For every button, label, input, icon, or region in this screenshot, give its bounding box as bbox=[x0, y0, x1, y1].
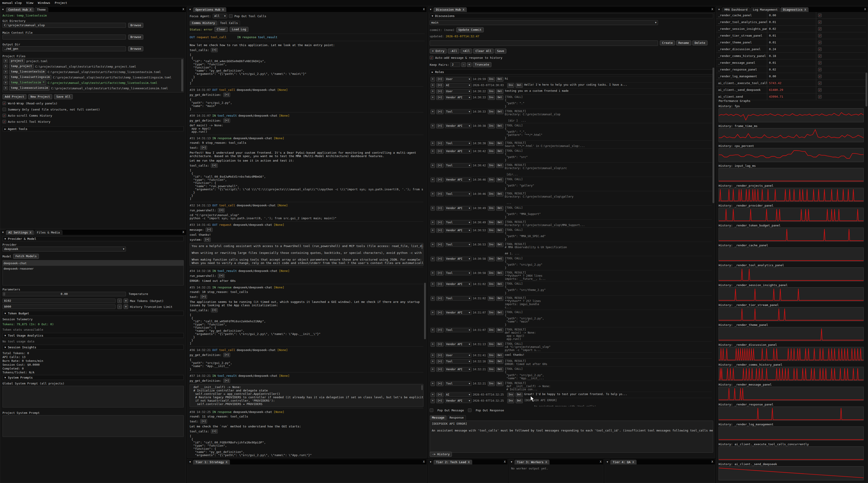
temperature-slider[interactable]: 0.00 bbox=[2, 292, 126, 296]
tool-usage-section[interactable]: ▼ Tool Usage Analytics bbox=[2, 333, 184, 338]
expand-button[interactable]: [+] bbox=[200, 146, 207, 150]
expand-button[interactable]: [+] bbox=[211, 48, 218, 52]
plus-button[interactable]: + bbox=[124, 304, 128, 309]
collapse-arrow-icon[interactable]: ▼ bbox=[509, 459, 514, 464]
file-tag-button[interactable]: temp_livetoolssim * bbox=[9, 80, 46, 85]
list-item[interactable]: xtemp_livetoolssim *C:\projects\manual_s… bbox=[3, 80, 184, 86]
subtab-tool-calls[interactable]: Tool Calls bbox=[218, 21, 240, 26]
add-entry-button[interactable]: + bbox=[431, 89, 435, 94]
expand-button[interactable]: [+] bbox=[436, 382, 443, 386]
ops-boxed-text[interactable]: You are a helpful coding assistant with … bbox=[190, 243, 423, 266]
discussion-entry[interactable]: +[+]Vendor API▼14:30:33InsDel[TOOL CALL]… bbox=[430, 95, 712, 109]
close-icon[interactable]: X bbox=[423, 7, 425, 11]
discussion-entry[interactable]: +[+]Vendor API▼14:30:42InsDel[TOOL CALL]… bbox=[430, 149, 712, 163]
discussion-entry[interactable]: +[+]Tool▼14:30:33InsDel[TOOL RESULT] Dir… bbox=[430, 109, 712, 123]
expand-button[interactable]: [+] bbox=[204, 237, 211, 242]
add-entry-button[interactable]: + bbox=[431, 393, 435, 397]
discussion-entry[interactable]: +[+]Tool▼14:30:58InsDel[TOOL RESULT] **P… bbox=[430, 270, 712, 281]
provider-select[interactable]: deepseek▼ bbox=[2, 247, 126, 252]
add-entry-button[interactable]: + bbox=[431, 243, 435, 247]
keep-pairs-input[interactable]: 2 bbox=[450, 62, 460, 67]
expand-button[interactable]: [+] bbox=[200, 419, 207, 424]
insert-button[interactable]: Ins bbox=[488, 271, 495, 276]
role-select[interactable]: Vendor API▼ bbox=[445, 206, 471, 211]
system-prompts-section[interactable]: ▼ System Prompts bbox=[2, 375, 184, 380]
remove-file-button[interactable]: x bbox=[4, 59, 8, 63]
main-context-browse-button[interactable]: Browse bbox=[128, 35, 143, 39]
delete-button[interactable]: Del bbox=[516, 399, 523, 403]
delete-button[interactable]: Del bbox=[496, 311, 503, 315]
tab-close-icon[interactable]: X bbox=[804, 8, 806, 11]
delete-button[interactable]: Del bbox=[496, 77, 503, 82]
add-entry-button[interactable]: + bbox=[431, 163, 435, 168]
add-entry-button[interactable]: + bbox=[431, 192, 435, 196]
add-entry-button[interactable]: + bbox=[431, 228, 435, 233]
close-icon[interactable]: X bbox=[504, 460, 506, 463]
file-tag-button[interactable]: project bbox=[9, 59, 25, 63]
role-select[interactable]: Tool▼ bbox=[445, 243, 471, 247]
expand-button[interactable]: [+] bbox=[436, 342, 443, 347]
tab-close-icon[interactable]: X bbox=[632, 460, 634, 464]
ops-boxed-text[interactable]: def __init__(self) -> None: # Initialize… bbox=[190, 384, 423, 407]
discussion-entry[interactable]: +[+]Tool▼14:30:49InsDel[TOOL RESULT] Dir… bbox=[430, 220, 712, 228]
file-tag-button[interactable]: temp_liveaisettingssim bbox=[9, 75, 51, 79]
new-project-button[interactable]: New Project bbox=[28, 94, 52, 99]
expand-button[interactable]: [+] bbox=[436, 89, 443, 94]
insert-button[interactable]: Ins bbox=[488, 228, 495, 233]
role-select[interactable]: Tool▼ bbox=[445, 192, 471, 196]
tab-files-media[interactable]: Files & Media bbox=[34, 230, 62, 235]
expand-button[interactable]: [+] bbox=[436, 220, 443, 225]
discussion-entry[interactable]: +[+]Tool▼14:31:07InsDel[TOOL RESULT] def… bbox=[430, 327, 712, 342]
minus-button[interactable]: - bbox=[461, 62, 466, 67]
insert-button[interactable]: Ins bbox=[488, 328, 495, 332]
tab-discussion-hub[interactable]: Discussion HubX bbox=[434, 7, 467, 12]
delete-button[interactable]: Del bbox=[496, 342, 503, 347]
tab-close-icon[interactable]: X bbox=[468, 460, 470, 464]
remove-file-button[interactable]: x bbox=[4, 75, 8, 79]
list-item[interactable]: xprojectproject.toml bbox=[3, 58, 184, 64]
tab-close-icon[interactable]: X bbox=[463, 8, 465, 11]
git-browse-button[interactable]: Browse bbox=[128, 23, 143, 28]
role-select[interactable]: Vendor API▼ bbox=[445, 282, 471, 286]
delete-button[interactable]: Del bbox=[496, 220, 503, 225]
role-select[interactable]: Vendor API▼ bbox=[445, 399, 471, 403]
subtab-response[interactable]: Response bbox=[447, 415, 466, 420]
add-entry-button[interactable]: + bbox=[431, 124, 435, 128]
role-select[interactable]: Tool▼ bbox=[445, 328, 471, 332]
message-error-box[interactable]: [DEEPSEEK API ERROR] An assistant messag… bbox=[430, 421, 713, 453]
expand-button[interactable]: [+] bbox=[436, 353, 443, 358]
role-select[interactable]: Tool▼ bbox=[445, 271, 471, 275]
diag-checkbox[interactable] bbox=[818, 88, 822, 92]
tab-tier1-strategy[interactable]: Tier 1: StrategyX bbox=[193, 460, 230, 464]
summary-only-checkbox[interactable] bbox=[2, 107, 6, 111]
add-entry-button[interactable]: + bbox=[431, 271, 435, 276]
discussion-entry[interactable]: +[+]Vendor API▼14:31:13InsDel[TOOL CALL]… bbox=[430, 342, 712, 353]
expand-button[interactable]: [+] bbox=[436, 163, 443, 168]
expand-button[interactable]: [+] bbox=[436, 282, 443, 287]
role-select[interactable]: Vendor API▼ bbox=[445, 149, 471, 154]
delete-button[interactable]: Del bbox=[496, 328, 503, 332]
create-button[interactable]: Create bbox=[660, 40, 675, 45]
insert-button[interactable]: Ins bbox=[488, 192, 495, 196]
diag-checkbox[interactable] bbox=[818, 61, 822, 65]
collapse-arrow-icon[interactable]: ▼ bbox=[428, 6, 433, 12]
insert-button[interactable]: Ins bbox=[488, 206, 495, 211]
box-scrollbar[interactable] bbox=[421, 244, 423, 249]
insert-button[interactable]: Ins bbox=[488, 89, 495, 94]
add-entry-button[interactable]: + bbox=[431, 77, 435, 82]
update-commit-button[interactable]: Update Commit bbox=[456, 27, 484, 32]
subtab-comms-history[interactable]: Comms History bbox=[190, 21, 217, 26]
expand-button[interactable]: [+] bbox=[436, 178, 443, 182]
insert-button[interactable]: Ins bbox=[488, 367, 495, 372]
expand-button[interactable]: [+] bbox=[436, 243, 443, 247]
tab-tier3-workers[interactable]: Tier 3: WorkersX bbox=[515, 460, 550, 464]
discussion-entry[interactable]: +[+]Vendor API▼14:30:49InsDel[TOOL CALL]… bbox=[430, 205, 712, 220]
all-button[interactable]: +All bbox=[460, 49, 472, 54]
add-entry-button[interactable]: + bbox=[431, 382, 435, 386]
subtab-message[interactable]: Message bbox=[430, 415, 447, 420]
plus-button[interactable]: + bbox=[467, 62, 471, 67]
fetch-models-button[interactable]: Fetch Models bbox=[13, 254, 39, 259]
role-select[interactable]: Vendor API▼ bbox=[445, 311, 471, 315]
discussion-select[interactable]: main▼ bbox=[430, 20, 658, 25]
rename-button[interactable]: Rename bbox=[676, 40, 691, 45]
